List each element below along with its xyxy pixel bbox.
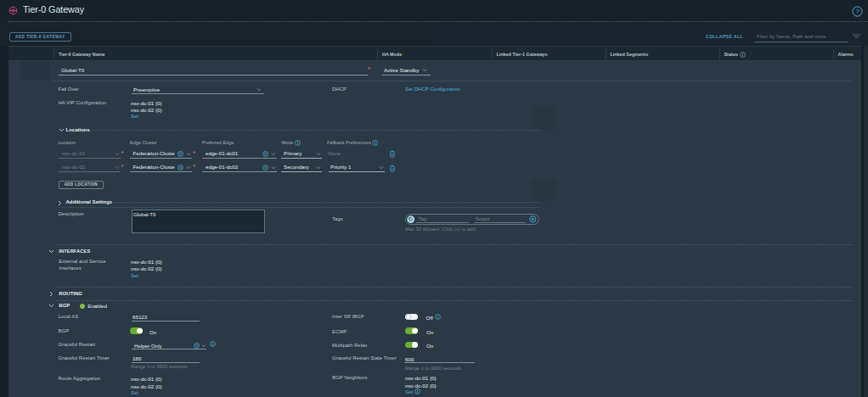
svg-text:?: ?: [855, 8, 860, 15]
